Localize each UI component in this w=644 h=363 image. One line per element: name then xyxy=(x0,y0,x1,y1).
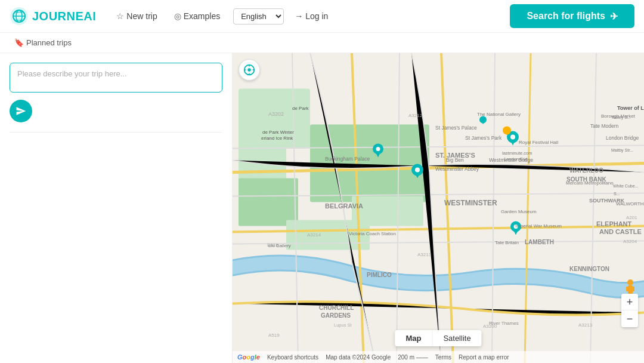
map-scale: 200 m —— xyxy=(398,354,428,361)
new-trip-nav[interactable]: ☆ New trip xyxy=(110,8,163,24)
map-area[interactable]: ST. JAMES'S WATERLOO SOUTH BANK BELGRAVI… xyxy=(233,53,644,363)
svg-text:WESTMINSTER: WESTMINSTER xyxy=(444,199,497,207)
svg-text:London Bridge: London Bridge xyxy=(606,135,639,141)
svg-text:A201: A201 xyxy=(626,215,637,220)
plane-icon: ✈ xyxy=(610,11,618,22)
svg-text:PIMLICO: PIMLICO xyxy=(367,272,392,278)
login-button[interactable]: → Log in xyxy=(289,8,334,24)
logo-text: JOURNEAI xyxy=(32,10,96,23)
search-flights-label: Search for flights xyxy=(527,11,605,21)
svg-text:lastminute.com: lastminute.com xyxy=(502,150,532,156)
map-type-bar: Map Satellite xyxy=(395,330,481,346)
map-data-attribution: Map data ©2024 Google xyxy=(326,354,391,361)
examples-nav[interactable]: ◎ Examples xyxy=(168,8,226,24)
send-icon xyxy=(16,106,26,116)
vertical-divider xyxy=(10,132,222,133)
svg-rect-101 xyxy=(632,287,634,291)
terms-link[interactable]: Terms xyxy=(435,354,451,361)
report-map-error-link[interactable]: Report a map error xyxy=(459,354,509,361)
login-label: Log in xyxy=(305,11,328,21)
svg-text:Mercato Metropolitano: Mercato Metropolitano xyxy=(566,180,614,186)
svg-text:Maltby Str...: Maltby Str... xyxy=(611,148,633,153)
examples-icon: ◎ xyxy=(174,11,181,21)
svg-rect-7 xyxy=(239,179,298,226)
svg-text:CHURCHILL: CHURCHILL xyxy=(319,304,354,311)
svg-text:Royal Festival Hall: Royal Festival Hall xyxy=(519,140,558,145)
svg-text:A519: A519 xyxy=(268,333,280,338)
google-logo: Google xyxy=(237,353,260,361)
map-footer: Google Keyboard shortcuts Map data ©2024… xyxy=(233,351,644,363)
svg-text:de Park: de Park xyxy=(292,106,309,111)
svg-text:AND CASTLE: AND CASTLE xyxy=(599,228,642,235)
svg-text:Tooley S...: Tooley S... xyxy=(611,115,631,120)
svg-text:Lupus St: Lupus St xyxy=(334,322,352,328)
svg-point-40 xyxy=(376,147,380,151)
map-type-map-button[interactable]: Map xyxy=(395,330,432,346)
svg-text:S...: S... xyxy=(614,192,620,196)
svg-text:Imperial War Museum: Imperial War Museum xyxy=(515,223,562,229)
svg-text:Westminster Abbey: Westminster Abbey xyxy=(435,166,479,172)
logo-icon xyxy=(10,7,29,26)
svg-text:SOUTHWARK: SOUTHWARK xyxy=(589,198,624,204)
svg-text:Tate Modern: Tate Modern xyxy=(590,123,619,129)
svg-text:ELEPHANT: ELEPHANT xyxy=(596,220,632,227)
svg-text:Big Ben: Big Ben xyxy=(446,157,464,163)
svg-text:Garden Museum: Garden Museum xyxy=(501,209,537,214)
svg-rect-97 xyxy=(628,285,633,294)
star-icon: ☆ xyxy=(116,11,124,21)
keyboard-shortcuts-link[interactable]: Keyboard shortcuts xyxy=(267,354,318,361)
svg-point-91 xyxy=(247,68,251,72)
send-button[interactable] xyxy=(10,100,32,122)
svg-rect-100 xyxy=(626,287,628,291)
zoom-in-button[interactable]: + xyxy=(621,294,638,310)
svg-text:River Thames: River Thames xyxy=(489,321,519,326)
svg-text:Victoria Coach Station: Victoria Coach Station xyxy=(349,231,396,236)
zoom-controls: + − xyxy=(621,294,638,327)
svg-text:A3213: A3213 xyxy=(578,322,593,328)
planned-trips-label: Planned trips xyxy=(26,38,72,47)
svg-text:St James's Palace: St James's Palace xyxy=(435,125,477,131)
svg-text:LAMBETH: LAMBETH xyxy=(525,239,554,245)
logo-area[interactable]: JOURNEAI xyxy=(10,7,96,26)
svg-point-37 xyxy=(415,168,420,173)
planned-trips-link[interactable]: 🔖 Planned trips xyxy=(10,36,76,49)
map-svg: ST. JAMES'S WATERLOO SOUTH BANK BELGRAVI… xyxy=(233,53,644,363)
svg-text:A3204: A3204 xyxy=(623,239,637,244)
new-trip-label: New trip xyxy=(126,11,157,21)
svg-text:KENNINGTON: KENNINGTON xyxy=(569,266,609,272)
svg-text:The National Gallery: The National Gallery xyxy=(477,112,521,117)
recenter-button[interactable] xyxy=(239,59,260,81)
svg-text:White Cube...: White Cube... xyxy=(613,184,638,188)
bookmark-icon: 🔖 xyxy=(14,38,24,47)
language-select[interactable]: English French German Spanish xyxy=(233,8,284,24)
svg-text:A3214: A3214 xyxy=(307,232,321,238)
sub-header: 🔖 Planned trips xyxy=(0,33,644,53)
svg-text:A3213: A3213 xyxy=(417,252,432,257)
svg-text:Tate Britain: Tate Britain xyxy=(495,240,519,245)
svg-text:A3212: A3212 xyxy=(408,113,423,118)
main-content: ST. JAMES'S WATERLOO SOUTH BANK BELGRAVI… xyxy=(0,53,644,363)
map-background: ST. JAMES'S WATERLOO SOUTH BANK BELGRAVI… xyxy=(233,53,644,363)
svg-text:chi Gallery: chi Gallery xyxy=(268,243,291,248)
svg-text:de Park Winter: de Park Winter xyxy=(262,130,294,135)
zoom-out-button[interactable]: − xyxy=(621,310,638,327)
svg-point-34 xyxy=(510,135,515,140)
svg-text:WATERLOO: WATERLOO xyxy=(569,167,603,174)
svg-text:BELGRAVIA: BELGRAVIA xyxy=(325,202,363,210)
svg-rect-10 xyxy=(352,196,423,226)
svg-text:Tower of Lo...: Tower of Lo... xyxy=(617,105,644,111)
search-flights-button[interactable]: Search for flights ✈ xyxy=(510,4,634,28)
svg-text:St James's Park: St James's Park xyxy=(465,135,502,141)
login-icon: → xyxy=(295,11,303,21)
examples-label: Examples xyxy=(184,11,220,21)
svg-text:A3202: A3202 xyxy=(268,111,284,117)
trip-description-input[interactable] xyxy=(10,63,222,93)
left-panel xyxy=(0,53,233,363)
svg-text:erland Ice Rink: erland Ice Rink xyxy=(261,136,293,141)
svg-text:GARDENS: GARDENS xyxy=(321,312,351,319)
svg-text:London Eye: London Eye xyxy=(504,156,528,162)
svg-text:Buckingham Palace: Buckingham Palace xyxy=(325,156,370,162)
recenter-icon xyxy=(243,63,256,76)
svg-point-96 xyxy=(627,279,633,285)
map-type-satellite-button[interactable]: Satellite xyxy=(432,330,481,346)
